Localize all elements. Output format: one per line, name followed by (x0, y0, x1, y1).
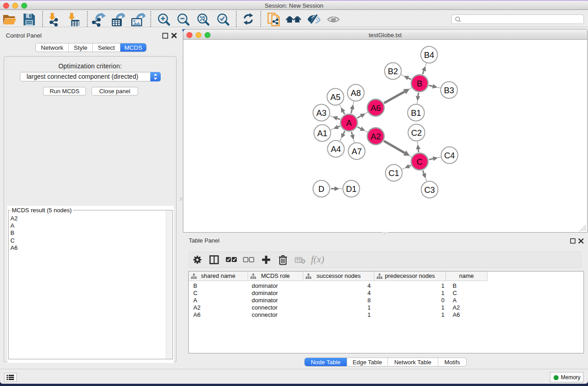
svg-text:D: D (318, 184, 324, 194)
svg-text:C3: C3 (424, 185, 435, 195)
svg-text:D1: D1 (346, 184, 357, 194)
svg-text:A5: A5 (330, 92, 341, 102)
svg-text:A1: A1 (317, 129, 328, 138)
svg-text:A7: A7 (352, 147, 362, 156)
svg-text:B3: B3 (444, 86, 454, 95)
svg-text:B4: B4 (424, 50, 435, 60)
svg-text:B1: B1 (411, 108, 421, 118)
svg-text:C2: C2 (411, 128, 422, 138)
svg-text:A8: A8 (351, 88, 361, 98)
svg-text:B2: B2 (388, 67, 398, 76)
svg-text:C1: C1 (388, 168, 399, 178)
svg-text:A: A (346, 118, 352, 128)
svg-text:A6: A6 (371, 103, 381, 113)
svg-text:A4: A4 (331, 144, 341, 154)
svg-text:C: C (416, 157, 422, 167)
svg-text:B: B (417, 79, 422, 88)
svg-text:A2: A2 (371, 132, 381, 141)
svg-text:A3: A3 (316, 108, 327, 118)
svg-text:C4: C4 (444, 151, 455, 160)
